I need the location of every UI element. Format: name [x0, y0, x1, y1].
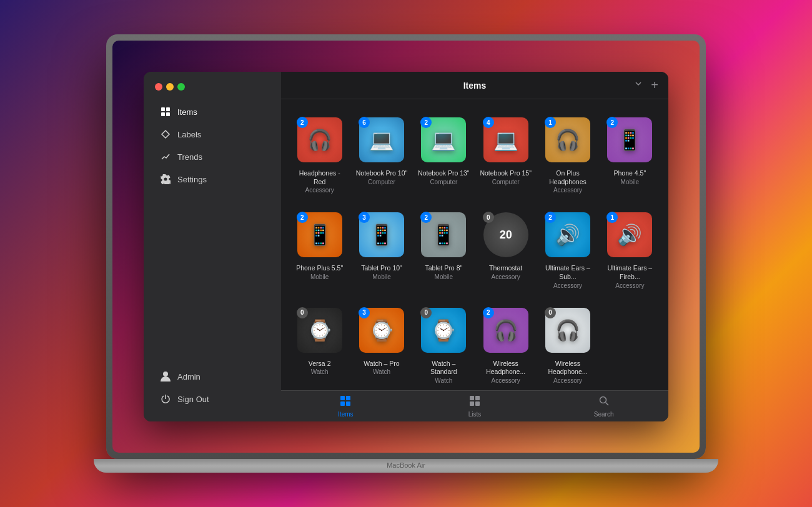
- item-badge: 0: [297, 307, 308, 318]
- sidebar-admin-label: Admin: [177, 372, 201, 381]
- item-name: Notebook Pro 15": [480, 169, 532, 178]
- item-name: Tablet Pro 10": [361, 264, 402, 273]
- svg-rect-2: [161, 112, 165, 116]
- grid-item[interactable]: 2 🔊 Ultimate Ears – Sub... Accessory: [539, 204, 596, 294]
- traffic-lights: [144, 83, 281, 101]
- tab-search[interactable]: Search: [539, 391, 668, 421]
- item-name: Wireless Headphone...: [480, 360, 532, 377]
- items-tab-icon: [340, 395, 351, 409]
- svg-rect-9: [470, 396, 474, 400]
- item-name: Headphones - Red: [294, 169, 345, 186]
- item-name: On Plus Headphones: [542, 169, 593, 186]
- svg-rect-1: [166, 107, 170, 111]
- item-category: Accessory: [492, 377, 520, 385]
- item-badge: 0: [420, 307, 432, 318]
- item-name: Phone Plus 5.5": [296, 264, 343, 273]
- svg-rect-6: [346, 396, 350, 400]
- item-image: 2 📱: [418, 209, 469, 260]
- item-badge: 3: [359, 307, 370, 318]
- sidebar-item-items[interactable]: Items: [149, 101, 276, 123]
- svg-rect-11: [470, 401, 474, 406]
- header-title: Items: [463, 81, 487, 91]
- grid-item[interactable]: 2 📱 Phone Plus 5.5" Mobile: [291, 204, 348, 294]
- svg-rect-12: [475, 401, 480, 406]
- item-category: Computer: [368, 178, 395, 186]
- grid-item[interactable]: 6 💻 Notebook Pro 10" Computer: [353, 109, 410, 199]
- item-name: Tablet Pro 8": [425, 264, 462, 273]
- grid-item[interactable]: 3 📱 Tablet Pro 10" Mobile: [353, 204, 410, 294]
- maximize-button[interactable]: [177, 83, 185, 91]
- grid-item[interactable]: 0 ⌚ Versa 2 Watch: [291, 300, 348, 390]
- app-window: Items Labels: [144, 72, 668, 421]
- item-image: 0 20: [480, 209, 532, 260]
- sort-button[interactable]: [633, 79, 643, 92]
- item-name: Wireless Headphone...: [542, 360, 593, 377]
- item-name: Phone 4.5": [614, 169, 646, 178]
- grid-item[interactable]: 3 ⌚ Watch – Pro Watch: [353, 300, 410, 390]
- sidebar-item-settings[interactable]: Settings: [149, 168, 276, 190]
- items-grid: 2 🎧 Headphones - Red Accessory 6 💻 Noteb…: [281, 99, 668, 390]
- item-name: Ultimate Ears – Sub...: [542, 264, 593, 281]
- grid-item[interactable]: 0 ⌚ Watch – Standard Watch: [415, 300, 472, 390]
- person-icon: [160, 371, 171, 382]
- sidebar: Items Labels: [144, 72, 281, 421]
- item-image: 1 🔊: [604, 209, 655, 260]
- item-category: Accessory: [615, 282, 644, 290]
- item-badge: 4: [483, 117, 494, 128]
- chart-icon: [160, 151, 171, 162]
- sidebar-item-signout[interactable]: Sign Out: [149, 388, 276, 410]
- minimize-button[interactable]: [166, 83, 174, 91]
- item-category: Watch: [435, 377, 452, 385]
- item-name: Ultimate Ears – Fireb...: [604, 264, 656, 281]
- item-category: Accessory: [553, 186, 582, 194]
- grid-item[interactable]: 2 💻 Notebook Pro 13" Computer: [415, 109, 472, 199]
- grid-icon: [160, 106, 171, 117]
- sidebar-items-label: Items: [177, 107, 197, 117]
- item-category: Accessory: [305, 186, 334, 194]
- tab-lists[interactable]: Lists: [410, 391, 540, 421]
- sidebar-trends-label: Trends: [177, 152, 202, 162]
- svg-line-14: [605, 402, 608, 405]
- svg-rect-7: [340, 401, 345, 406]
- sidebar-item-labels[interactable]: Labels: [149, 123, 276, 145]
- grid-item[interactable]: 1 🎧 On Plus Headphones Accessory: [539, 109, 596, 199]
- tab-items[interactable]: Items: [281, 391, 410, 421]
- svg-rect-3: [166, 112, 170, 116]
- item-image: 0 ⌚: [294, 305, 345, 356]
- item-image: 6 💻: [356, 114, 407, 165]
- item-badge: 2: [483, 307, 494, 318]
- grid-item[interactable]: 0 20 Thermostat Accessory: [477, 204, 534, 294]
- item-name: Thermostat: [489, 264, 522, 273]
- lists-tab-icon: [469, 395, 480, 409]
- svg-rect-5: [340, 396, 345, 400]
- close-button[interactable]: [155, 83, 162, 91]
- grid-item[interactable]: 2 📱 Tablet Pro 8" Mobile: [415, 204, 472, 294]
- grid-item[interactable]: 2 📱 Phone 4.5" Mobile: [602, 109, 658, 199]
- sidebar-item-admin[interactable]: Admin: [149, 365, 276, 388]
- item-category: Accessory: [553, 282, 582, 290]
- sidebar-item-trends[interactable]: Trends: [149, 145, 276, 168]
- main-content: Items + 2 🎧: [281, 72, 668, 421]
- gear-icon: [160, 174, 171, 185]
- item-badge: 2: [297, 117, 308, 128]
- item-category: Watch: [311, 368, 329, 376]
- item-badge: 2: [297, 212, 308, 223]
- item-name: Watch – Pro: [364, 360, 399, 368]
- item-category: Mobile: [310, 273, 329, 281]
- item-name: Versa 2: [309, 360, 331, 368]
- add-button[interactable]: +: [651, 78, 658, 92]
- tag-icon: [160, 129, 171, 140]
- grid-item[interactable]: 1 🔊 Ultimate Ears – Fireb... Accessory: [602, 204, 658, 294]
- item-category: Computer: [492, 178, 520, 186]
- item-name: Watch – Standard: [418, 360, 470, 377]
- grid-item[interactable]: 4 💻 Notebook Pro 15" Computer: [477, 109, 534, 199]
- item-name: Notebook Pro 13": [418, 169, 470, 178]
- item-badge: 6: [359, 117, 370, 128]
- grid-item[interactable]: 2 🎧 Wireless Headphone... Accessory: [477, 300, 534, 390]
- tab-lists-label: Lists: [468, 411, 482, 418]
- grid-item[interactable]: 0 🎧 Wireless Headphone... Accessory: [539, 300, 596, 390]
- grid-item[interactable]: 2 🎧 Headphones - Red Accessory: [291, 109, 348, 199]
- sidebar-settings-label: Settings: [177, 175, 207, 184]
- item-image: 2 🎧: [480, 305, 532, 356]
- item-image: 2 📱: [604, 114, 655, 165]
